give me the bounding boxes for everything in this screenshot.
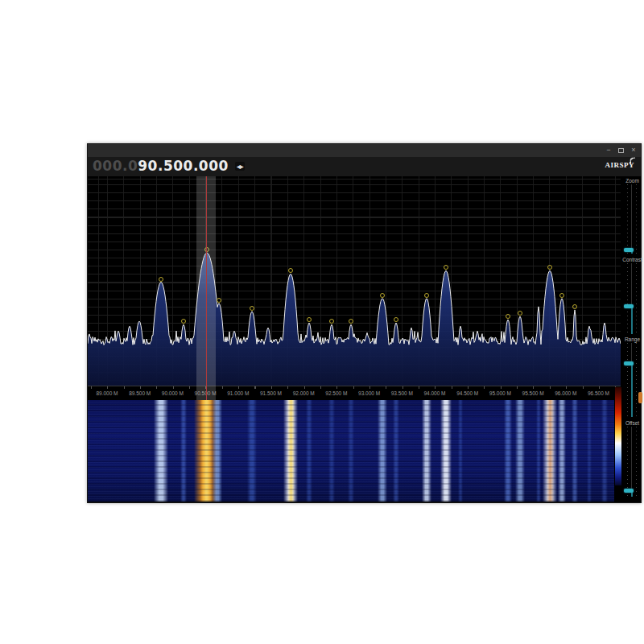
peak-marker-circle: [394, 317, 398, 322]
peak-markers-layer: [88, 176, 621, 386]
minimize-icon[interactable]: −: [605, 147, 613, 154]
display-controls-panel: ZoomContrastRangeOffset: [622, 176, 642, 502]
peak-marker-circle: [181, 319, 186, 324]
peak-marker-circle: [159, 277, 163, 282]
peak-marker-circle: [250, 306, 254, 311]
slider-fill-contrast: [631, 308, 633, 334]
maximize-icon[interactable]: [618, 148, 624, 153]
tuning-red-line[interactable]: [206, 176, 207, 400]
peak-marker-circle: [572, 304, 577, 309]
peak-marker-circle: [288, 268, 293, 273]
peak-marker-circle: [547, 265, 552, 270]
peak-marker-circle: [380, 293, 385, 298]
slider-track-zoom[interactable]: [625, 184, 638, 254]
close-icon[interactable]: ×: [630, 147, 638, 154]
peak-marker-circle: [444, 265, 448, 270]
slider-handle-zoom[interactable]: [624, 248, 634, 252]
waterfall-intensity-legend: [615, 387, 621, 485]
tuner-frequency-value[interactable]: 90.500.000: [138, 158, 229, 174]
peak-marker-circle: [518, 311, 522, 316]
peak-marker-circle: [506, 314, 510, 319]
slider-label-offset: Offset: [614, 420, 644, 426]
peak-marker-circle: [307, 317, 312, 322]
waterfall-noise-texture: [88, 400, 614, 502]
slider-handle-offset[interactable]: [624, 489, 634, 493]
signal-arcs-icon: [628, 155, 638, 163]
tuner-readout[interactable]: 000.090.500.000◂▸: [93, 158, 245, 174]
peak-marker-circle: [424, 293, 429, 298]
frequency-axis: 89.000 M89.500 M90.000 M90.500 M91.000 M…: [88, 386, 621, 401]
peak-marker-circle: [217, 298, 221, 303]
title-bar[interactable]: − ×: [88, 144, 641, 158]
peak-marker-circle: [559, 293, 564, 298]
waterfall-display[interactable]: [88, 400, 614, 502]
tuner-leading-zeros: 000.0: [93, 158, 138, 174]
screenshot-canvas: − × 000.090.500.000◂▸ AIRSPY: [0, 0, 644, 644]
sdrsharp-window: − × 000.090.500.000◂▸ AIRSPY: [87, 143, 642, 503]
slider-handle-contrast[interactable]: [624, 304, 634, 308]
peak-marker-circle: [349, 319, 353, 324]
peak-marker-circle: [329, 319, 334, 324]
window-controls: − ×: [605, 147, 638, 154]
slider-handle-range[interactable]: [624, 361, 634, 365]
slider-track-offset[interactable]: [625, 427, 638, 497]
tuner-step-arrows[interactable]: ◂▸: [235, 162, 245, 171]
frequency-bar: 000.090.500.000◂▸ AIRSPY: [88, 157, 641, 176]
airspy-logo: AIRSPY: [605, 161, 634, 169]
slider-fill-range: [631, 365, 633, 417]
